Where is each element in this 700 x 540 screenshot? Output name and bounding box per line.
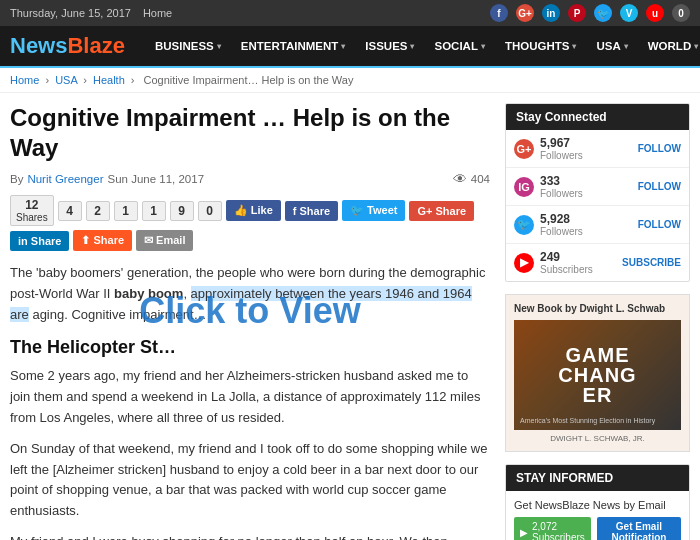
breadcrumb-usa[interactable]: USA	[55, 74, 77, 86]
book-cover[interactable]: GAMECHANGER America's Most Stunning Elec…	[514, 320, 681, 430]
article-paragraph-3: On Sunday of that weekend, my friend and…	[10, 439, 490, 522]
googleplus-follow-button[interactable]: FOLLOW	[638, 143, 681, 154]
chevron-down-icon: ▾	[410, 42, 414, 51]
logo-news: News	[10, 33, 67, 58]
article-paragraph-4: My friend and I were busy shopping for n…	[10, 532, 490, 540]
article-views: 👁 404	[453, 171, 490, 187]
book-cover-title: GAMECHANGER	[558, 345, 636, 405]
facebook-share-button[interactable]: f Share	[285, 201, 338, 221]
book-ad-section[interactable]: New Book by Dwight L. Schwab GAMECHANGER…	[505, 294, 690, 452]
subscriber-row: ▶ 2,072 Subscribers Get Email Notificati…	[514, 517, 681, 540]
total-share-count: 12 Shares	[10, 195, 54, 226]
facebook-topbar-icon[interactable]: f	[490, 4, 508, 22]
email-share-button[interactable]: ✉ Email	[136, 230, 193, 251]
social-row-googleplus: G+ 5,967 Followers FOLLOW	[506, 130, 689, 168]
article-author[interactable]: Nurit Greenger	[27, 173, 103, 185]
social-row-instagram: IG 333 Followers FOLLOW	[506, 168, 689, 206]
subscriber-count-badge: ▶ 2,072 Subscribers	[514, 517, 591, 540]
home-link[interactable]: Home	[143, 7, 172, 19]
youtube-subscribe-button[interactable]: SUBSCRIBE	[622, 257, 681, 268]
like-button[interactable]: 👍 Like	[226, 200, 281, 221]
site-logo[interactable]: NewsBlaze	[10, 33, 125, 59]
instagram-follow-button[interactable]: FOLLOW	[638, 181, 681, 192]
gp-count: 5,967	[540, 136, 632, 150]
twitter-follow-button[interactable]: FOLLOW	[638, 219, 681, 230]
total-count-value: 12	[25, 198, 38, 212]
top-bar: Thursday, June 15, 2017 Home f G+ in P 🐦…	[0, 0, 700, 26]
book-ad-title: New Book by Dwight L. Schwab	[514, 303, 681, 314]
chevron-down-icon: ▾	[217, 42, 221, 51]
social-info-ig: 333 Followers	[540, 174, 632, 199]
overlay-container[interactable]: The 'baby boomers' generation, the peopl…	[10, 263, 490, 358]
breadcrumb-sep: ›	[83, 74, 90, 86]
twitter-icon: 🐦	[514, 215, 534, 235]
stay-connected-title: Stay Connected	[506, 104, 689, 130]
share-count-1: 4	[58, 201, 82, 221]
subscriber-count: 2,072 Subscribers	[532, 521, 585, 540]
social-row-twitter: 🐦 5,928 Followers FOLLOW	[506, 206, 689, 244]
twitter-topbar-icon[interactable]: 🐦	[594, 4, 612, 22]
logo-blaze: Blaze	[67, 33, 124, 58]
article-meta-left: By Nurit Greenger Sun June 11, 2017	[10, 173, 204, 185]
book-author: DWIGHT L. SCHWAB, JR.	[514, 434, 681, 443]
breadcrumb-health[interactable]: Health	[93, 74, 125, 86]
breadcrumb-sep: ›	[45, 74, 52, 86]
article-subheading: The Helicopter St…	[10, 337, 490, 358]
chevron-down-icon: ▾	[572, 42, 576, 51]
views-count: 404	[471, 173, 490, 185]
share-bar: 12 Shares 4 2 1 1 9 0 👍 Like f Share	[10, 195, 490, 251]
pinterest-topbar-icon[interactable]: P	[568, 4, 586, 22]
chevron-down-icon: ▾	[341, 42, 345, 51]
article-paragraph-1: The 'baby boomers' generation, the peopl…	[10, 263, 490, 325]
generic-share-button[interactable]: ⬆ Share	[73, 230, 132, 251]
nav-social[interactable]: SOCIAL ▾	[424, 32, 494, 60]
ig-count: 333	[540, 174, 632, 188]
nav-thoughts[interactable]: THOUGHTS ▾	[495, 32, 587, 60]
nav-usa[interactable]: USA ▾	[586, 32, 637, 60]
article-meta: By Nurit Greenger Sun June 11, 2017 👁 40…	[10, 171, 490, 187]
share-count-5: 9	[170, 201, 194, 221]
gp-label: Followers	[540, 150, 632, 161]
nav-entertainment[interactable]: ENTERTAINMENT ▾	[231, 32, 356, 60]
get-email-notification-button[interactable]: Get Email Notification	[597, 517, 681, 540]
social-row-youtube: ▶ 249 Subscribers SUBSCRIBE	[506, 244, 689, 281]
youtube-topbar-icon[interactable]: u	[646, 4, 664, 22]
date-label: Thursday, June 15, 2017	[10, 7, 131, 19]
breadcrumb-sep: ›	[131, 74, 138, 86]
breadcrumb-current: Cognitive Impairment… Help is on the Way	[144, 74, 354, 86]
stay-informed-body: Get NewsBlaze News by Email ▶ 2,072 Subs…	[506, 491, 689, 540]
yt-label: Subscribers	[540, 264, 616, 275]
twitter-share-button[interactable]: 🐦 Tweet	[342, 200, 405, 221]
share-count-6: 0	[198, 201, 222, 221]
article-date: Sun June 11, 2017	[107, 173, 204, 185]
breadcrumb-home[interactable]: Home	[10, 74, 39, 86]
nav-business[interactable]: BUSINESS ▾	[145, 32, 231, 60]
chevron-down-icon: ▾	[694, 42, 698, 51]
googleplus-share-button[interactable]: G+ Share	[409, 201, 474, 221]
linkedin-share-button[interactable]: in Share	[10, 231, 69, 251]
author-prefix: By	[10, 173, 23, 185]
linkedin-topbar-icon[interactable]: in	[542, 4, 560, 22]
top-bar-social: f G+ in P 🐦 V u 0	[490, 4, 690, 22]
nav-world[interactable]: WORLD ▾	[638, 32, 700, 60]
youtube-icon: ▶	[514, 253, 534, 273]
googleplus-topbar-icon[interactable]: G+	[516, 4, 534, 22]
share-count-2: 2	[86, 201, 110, 221]
stay-informed-section: STAY INFORMED Get NewsBlaze News by Emai…	[505, 464, 690, 540]
stay-informed-title: STAY INFORMED	[506, 465, 689, 491]
ig-label: Followers	[540, 188, 632, 199]
article-body: The 'baby boomers' generation, the peopl…	[10, 263, 490, 540]
stay-informed-description: Get NewsBlaze News by Email	[514, 499, 681, 511]
vimeo-topbar-icon[interactable]: V	[620, 4, 638, 22]
social-info-tw: 5,928 Followers	[540, 212, 632, 237]
social-info-yt: 249 Subscribers	[540, 250, 616, 275]
googleplus-icon: G+	[514, 139, 534, 159]
instagram-icon: IG	[514, 177, 534, 197]
book-cover-subtitle: America's Most Stunning Election in Hist…	[520, 417, 655, 424]
extra-topbar-icon[interactable]: 0	[672, 4, 690, 22]
nav-issues[interactable]: ISSUES ▾	[355, 32, 424, 60]
top-bar-left: Thursday, June 15, 2017 Home	[10, 7, 172, 19]
breadcrumb: Home › USA › Health › Cognitive Impairme…	[0, 68, 700, 93]
yt-count: 249	[540, 250, 616, 264]
total-count-label: Shares	[16, 212, 48, 223]
